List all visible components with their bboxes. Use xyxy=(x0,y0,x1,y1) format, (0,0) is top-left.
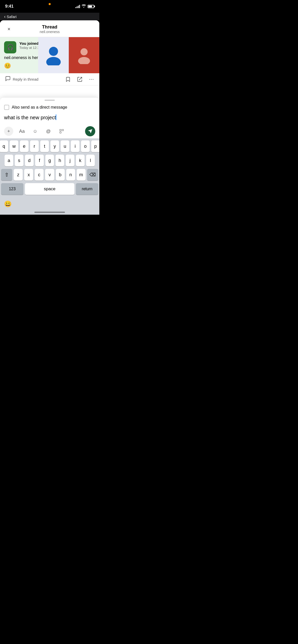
thread-subtitle: neil.oneness xyxy=(40,30,60,34)
format-icon: Aa xyxy=(19,129,25,134)
svg-point-5 xyxy=(91,79,92,80)
key-y[interactable]: y xyxy=(50,140,59,152)
share-icon xyxy=(77,77,83,82)
svg-point-3 xyxy=(78,57,90,64)
text-input-area[interactable]: what is the new project xyxy=(0,113,99,124)
key-h[interactable]: h xyxy=(56,155,64,166)
status-time: 9:41 xyxy=(5,4,13,9)
preview-red xyxy=(69,37,99,73)
emoji-icon: ☺ xyxy=(33,129,37,134)
thread-title: Thread xyxy=(40,24,60,30)
plus-icon: + xyxy=(7,129,10,134)
backspace-key[interactable]: ⌫ xyxy=(87,169,98,181)
checkbox-label: Also send as a direct message xyxy=(12,105,67,110)
command-icon xyxy=(59,129,64,134)
key-o[interactable]: o xyxy=(81,140,90,152)
emoji-reaction[interactable]: 😊 xyxy=(4,63,11,69)
key-a[interactable]: a xyxy=(5,155,13,166)
key-p[interactable]: p xyxy=(91,140,99,152)
numbers-key[interactable]: 123 xyxy=(1,183,23,195)
main-container: × Thread neil.oneness 🎧 You joined the T… xyxy=(0,20,99,215)
key-u[interactable]: u xyxy=(61,140,69,152)
key-x[interactable]: x xyxy=(24,169,33,181)
signal-bars xyxy=(75,5,80,8)
key-g[interactable]: g xyxy=(45,155,54,166)
mention-button[interactable]: @ xyxy=(44,127,53,136)
svg-point-2 xyxy=(80,48,88,55)
status-bar: 9:41 xyxy=(0,0,99,13)
space-key[interactable]: space xyxy=(25,183,74,195)
key-j[interactable]: j xyxy=(66,155,74,166)
thread-title-block: Thread neil.oneness xyxy=(40,24,60,34)
emoji-bar: 😀 xyxy=(0,198,99,210)
home-bar xyxy=(34,212,65,213)
svg-point-6 xyxy=(93,79,93,80)
keyboard: q w e r t y u i o p a s d f g h j xyxy=(0,138,99,198)
bottom-sheet: Also send as a direct message what is th… xyxy=(0,98,99,215)
key-v[interactable]: v xyxy=(45,169,54,181)
svg-point-4 xyxy=(89,79,90,80)
key-t[interactable]: t xyxy=(40,140,49,152)
share-button[interactable] xyxy=(77,77,83,82)
reply-thread-button[interactable]: Reply in thread xyxy=(5,76,38,83)
action-bar: Reply in thread xyxy=(0,73,99,85)
more-icon xyxy=(89,77,94,82)
bookmark-button[interactable] xyxy=(65,77,71,82)
close-icon: × xyxy=(7,26,10,32)
key-i[interactable]: i xyxy=(71,140,79,152)
add-button[interactable]: + xyxy=(4,127,13,136)
reply-thread-label: Reply in thread xyxy=(13,77,38,81)
key-d[interactable]: d xyxy=(25,155,34,166)
safari-back-button[interactable]: ‹ Safari xyxy=(4,14,17,19)
svg-rect-7 xyxy=(60,129,61,131)
key-r[interactable]: r xyxy=(30,140,39,152)
key-z[interactable]: z xyxy=(14,169,23,181)
svg-point-1 xyxy=(46,57,61,65)
format-button[interactable]: Aa xyxy=(17,127,26,136)
more-button[interactable] xyxy=(89,77,94,82)
thread-header: × Thread neil.oneness xyxy=(0,20,99,37)
key-q[interactable]: q xyxy=(0,140,8,152)
compose-toolbar: + Aa ☺ @ xyxy=(0,124,99,138)
reply-thread-icon xyxy=(5,76,11,83)
key-f[interactable]: f xyxy=(35,155,44,166)
home-indicator xyxy=(0,210,99,215)
headphone-icon: 🎧 xyxy=(7,44,14,51)
key-s[interactable]: s xyxy=(15,155,23,166)
safari-bar: ‹ Safari xyxy=(0,13,99,20)
bookmark-icon xyxy=(65,77,71,82)
svg-rect-8 xyxy=(62,129,64,131)
typed-text: what is the new project xyxy=(4,115,56,120)
emoji-button[interactable]: ☺ xyxy=(31,127,40,136)
emoji-bar-icon[interactable]: 😀 xyxy=(4,200,12,208)
avatar-blue-icon xyxy=(43,45,64,65)
direct-message-checkbox[interactable] xyxy=(4,105,9,110)
key-k[interactable]: k xyxy=(76,155,85,166)
shift-key[interactable]: ⇧ xyxy=(1,169,12,181)
command-button[interactable] xyxy=(57,127,66,136)
return-key[interactable]: return xyxy=(76,183,98,195)
key-e[interactable]: e xyxy=(20,140,29,152)
key-l[interactable]: l xyxy=(86,155,95,166)
svg-point-0 xyxy=(49,47,58,56)
key-n[interactable]: n xyxy=(66,169,75,181)
key-m[interactable]: m xyxy=(77,169,86,181)
send-button[interactable] xyxy=(85,126,95,136)
key-w[interactable]: w xyxy=(10,140,18,152)
avatar-red-icon xyxy=(75,46,93,64)
close-button[interactable]: × xyxy=(5,25,13,33)
dot-indicator xyxy=(49,3,51,5)
keyboard-row-2: a s d f g h j k l xyxy=(1,155,98,166)
key-c[interactable]: c xyxy=(35,169,44,181)
checkbox-row: Also send as a direct message xyxy=(0,104,99,113)
key-b[interactable]: b xyxy=(56,169,65,181)
sheet-handle xyxy=(45,100,55,101)
keyboard-row-4: 123 space return xyxy=(1,183,98,195)
safari-label: Safari xyxy=(7,14,17,19)
battery-icon xyxy=(88,5,94,8)
svg-rect-9 xyxy=(60,132,61,133)
keyboard-row-3: ⇧ z x c v b n m ⌫ xyxy=(1,169,98,181)
preview-overlay xyxy=(38,37,99,73)
preview-blue xyxy=(38,37,69,73)
app-icon: 🎧 xyxy=(4,41,16,53)
